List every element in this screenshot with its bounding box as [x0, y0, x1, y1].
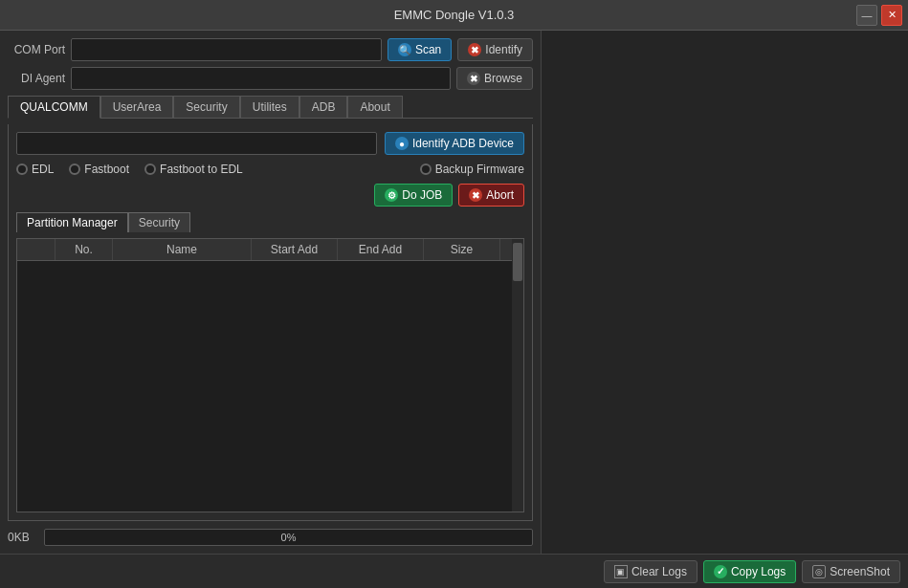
log-panel: [541, 31, 908, 554]
bottom-bar: ▣ Clear Logs ✓ Copy Logs ◎ ScreenShot: [0, 554, 908, 588]
title-bar: EMMC Dongle V1.0.3 — ✕: [0, 0, 908, 31]
adb-row: ● Identify ADB Device: [16, 132, 524, 155]
radio-backup[interactable]: Backup Firmware: [420, 163, 524, 176]
scan-button[interactable]: 🔍 Scan: [388, 38, 452, 61]
close-button[interactable]: ✕: [881, 5, 902, 26]
table-header: No. Name Start Add End Add Size: [17, 239, 512, 261]
radio-edl[interactable]: EDL: [16, 163, 54, 176]
progress-bar-container: 0%: [44, 529, 533, 546]
di-agent-label: DI Agent: [8, 72, 65, 85]
radio-fastboot-edl[interactable]: Fastboot to EDL: [144, 163, 243, 176]
di-agent-row: DI Agent ✖ Browse: [8, 67, 533, 90]
tab-utilites[interactable]: Utilites: [240, 96, 299, 118]
screenshot-icon: ◎: [812, 565, 826, 578]
tab-qualcomm[interactable]: QUALCOMM: [8, 96, 100, 119]
tab-content-area: ● Identify ADB Device EDL Fastboot Fastb…: [8, 124, 533, 521]
radio-fastboot-circle: [69, 163, 80, 175]
do-job-button[interactable]: ⚙ Do JOB: [374, 184, 453, 207]
progress-size-label: 0KB: [8, 531, 36, 544]
action-buttons: ⚙ Do JOB ✖ Abort: [374, 184, 524, 207]
left-panel: COM Port 🔍 Scan ✖ Identify DI Agent ✖ Br…: [0, 31, 541, 554]
scrollbar-thumb[interactable]: [513, 243, 522, 281]
radio-fastboot-edl-circle: [144, 163, 156, 175]
table-body[interactable]: [17, 261, 512, 512]
tab-userarea[interactable]: UserArea: [100, 96, 174, 118]
screenshot-button[interactable]: ◎ ScreenShot: [802, 560, 900, 583]
adb-input[interactable]: [16, 132, 377, 155]
di-agent-input[interactable]: [71, 67, 451, 90]
com-port-row: COM Port 🔍 Scan ✖ Identify: [8, 38, 533, 61]
col-end-add: End Add: [338, 239, 424, 260]
radio-options-row: EDL Fastboot Fastboot to EDL Backup Firm…: [16, 161, 524, 178]
browse-icon: ✖: [467, 72, 480, 85]
abort-button[interactable]: ✖ Abort: [458, 184, 524, 207]
progress-row: 0KB 0%: [8, 527, 533, 546]
main-tabs: QUALCOMM UserArea Security Utilites ADB …: [8, 96, 533, 119]
action-row: ⚙ Do JOB ✖ Abort: [16, 184, 524, 207]
radio-backup-circle: [420, 163, 432, 175]
inner-tab-partition-manager[interactable]: Partition Manager: [16, 212, 128, 232]
tab-about[interactable]: About: [347, 96, 402, 118]
table-scrollbar[interactable]: [512, 239, 523, 512]
progress-bar-text: 0%: [281, 532, 297, 543]
clear-logs-icon: ▣: [614, 565, 628, 578]
do-job-icon: ⚙: [385, 188, 398, 202]
minimize-button[interactable]: —: [856, 5, 877, 26]
scan-icon: 🔍: [398, 43, 411, 56]
window-controls: — ✕: [856, 5, 902, 26]
col-start-add: Start Add: [252, 239, 338, 260]
col-checkbox: [17, 239, 55, 260]
tab-adb[interactable]: ADB: [299, 96, 348, 118]
copy-logs-icon: ✓: [714, 565, 727, 578]
inner-tab-security[interactable]: Security: [128, 212, 190, 232]
partition-table: No. Name Start Add End Add Size: [16, 238, 524, 512]
identify-adb-button[interactable]: ● Identify ADB Device: [385, 132, 524, 155]
inner-tabs: Partition Manager Security: [16, 212, 524, 232]
com-port-label: COM Port: [8, 43, 65, 56]
com-port-input[interactable]: [71, 38, 382, 61]
clear-logs-button[interactable]: ▣ Clear Logs: [604, 560, 698, 583]
radio-fastboot[interactable]: Fastboot: [69, 163, 129, 176]
main-content: COM Port 🔍 Scan ✖ Identify DI Agent ✖ Br…: [0, 31, 908, 554]
app-title: EMMC Dongle V1.0.3: [394, 8, 515, 22]
abort-icon: ✖: [469, 188, 482, 202]
identify-icon: ✖: [468, 43, 481, 56]
radio-edl-circle: [16, 163, 28, 175]
col-no: No.: [55, 239, 113, 260]
col-name: Name: [113, 239, 252, 260]
tab-security[interactable]: Security: [173, 96, 239, 118]
identify-adb-icon: ●: [395, 137, 409, 150]
col-size: Size: [424, 239, 500, 260]
copy-logs-button[interactable]: ✓ Copy Logs: [703, 560, 796, 583]
browse-button[interactable]: ✖ Browse: [456, 67, 533, 90]
identify-button[interactable]: ✖ Identify: [457, 38, 533, 61]
